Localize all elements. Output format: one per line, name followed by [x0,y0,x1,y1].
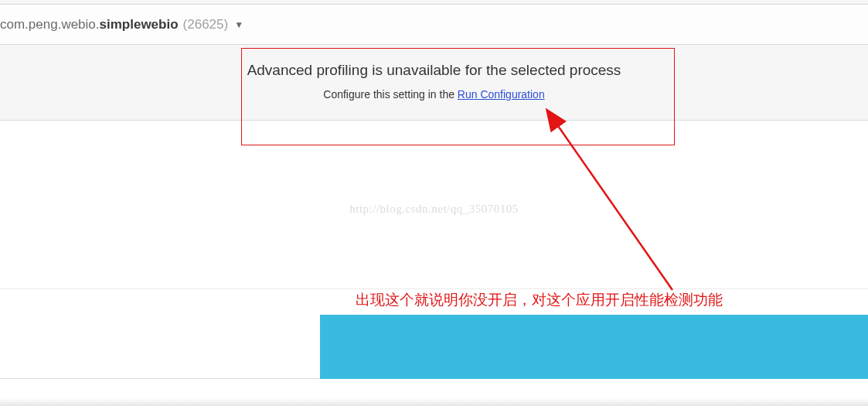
run-configuration-link[interactable]: Run Configuration [458,88,545,101]
process-selector[interactable]: com.peng.webio.simplewebio (26625) ▼ [0,17,243,32]
process-pid: (26625) [183,17,229,32]
profiler-timeline-block [320,315,868,379]
process-package-name: simplewebio [100,17,179,32]
profiling-notice-heading: Advanced profiling is unavailable for th… [0,62,868,79]
profiler-empty-area [0,121,868,289]
profiling-notice-sub-prefix: Configure this setting in the [323,88,458,101]
process-package-prefix: com.peng.webio. [0,17,100,32]
annotation-text: 出现这个就说明你没开启，对这个应用开启性能检测功能 [356,290,723,310]
profiling-notice-subtext: Configure this setting in the Run Config… [0,88,868,101]
dropdown-caret-icon: ▼ [234,19,243,30]
profiling-notice: Advanced profiling is unavailable for th… [0,45,868,121]
process-selector-bar: com.peng.webio.simplewebio (26625) ▼ [0,5,868,45]
bottom-shadow [0,398,868,406]
